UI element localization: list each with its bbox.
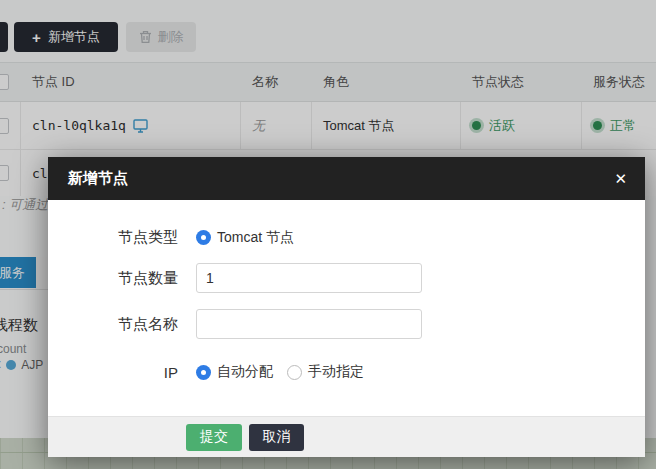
form-row-node-name: 节点名称 xyxy=(48,309,645,339)
node-count-label: 节点数量 xyxy=(48,269,178,288)
ip-auto-label: 自动分配 xyxy=(217,363,273,381)
ip-manual-label: 手动指定 xyxy=(308,363,364,381)
ip-radio-manual[interactable]: 手动指定 xyxy=(287,363,364,381)
submit-button[interactable]: 提交 xyxy=(186,424,242,451)
node-name-label: 节点名称 xyxy=(48,315,178,334)
radio-selected-icon xyxy=(196,365,211,380)
close-icon[interactable]: ✕ xyxy=(614,171,627,186)
modal-title: 新增节点 xyxy=(68,169,614,188)
node-type-option-label: Tomcat 节点 xyxy=(217,229,294,247)
node-type-label: 节点类型 xyxy=(48,228,178,247)
modal-body: 节点类型 Tomcat 节点 节点数量 节点名称 xyxy=(48,200,645,416)
add-node-modal: 新增节点 ✕ 节点类型 Tomcat 节点 节点数量 xyxy=(48,157,645,457)
screen: + 新增节点 删除 节点 ID 名称 角色 xyxy=(0,0,656,469)
node-count-input[interactable] xyxy=(196,263,422,293)
form-row-node-count: 节点数量 xyxy=(48,263,645,293)
modal-header: 新增节点 ✕ xyxy=(48,157,645,200)
radio-selected-icon xyxy=(196,230,211,245)
form-row-ip: IP 自动分配 手动指定 xyxy=(48,363,645,381)
ip-label: IP xyxy=(48,364,178,381)
node-type-radio-tomcat[interactable]: Tomcat 节点 xyxy=(196,229,294,247)
cancel-button[interactable]: 取消 xyxy=(249,424,304,451)
node-name-input[interactable] xyxy=(196,309,422,339)
modal-footer: 提交 取消 xyxy=(48,416,645,457)
radio-unselected-icon xyxy=(287,365,302,380)
form-row-node-type: 节点类型 Tomcat 节点 xyxy=(48,228,645,247)
ip-radio-auto[interactable]: 自动分配 xyxy=(196,363,273,381)
